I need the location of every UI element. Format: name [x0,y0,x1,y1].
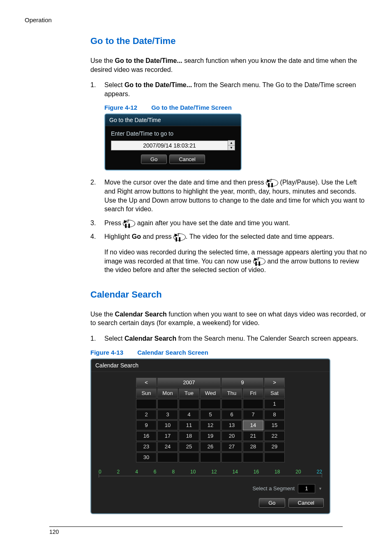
figure-title: Calendar Search Screen [137,349,208,356]
play-pause-icon: ▶/❚❚ [173,233,186,241]
cancel-button[interactable]: Cancel [288,498,324,508]
calendar-day[interactable]: 1 [264,399,285,409]
dialog-title: Go to the Date/Time [105,114,241,126]
calendar-day [221,452,242,462]
calendar-day[interactable]: 17 [157,431,178,441]
text: from the Search menu. The Calender Searc… [176,335,358,342]
calendar-day[interactable]: 22 [264,431,285,441]
text: Highlight [104,233,132,240]
calendar-day[interactable]: 15 [264,420,285,430]
calendar-day[interactable]: 4 [179,410,199,420]
calendar-day[interactable]: 13 [221,420,242,430]
goto-dialog: Go to the Date/Time Enter Date/Time to g… [104,113,242,171]
calendar-day[interactable]: 29 [264,442,285,452]
dow-cell: Mon [157,388,178,398]
calendar-day[interactable]: 25 [179,442,199,452]
dropdown-icon[interactable]: ▼ [318,487,322,491]
play-pause-icon: ▶/❚❚ [266,179,278,187]
spinner-up-icon[interactable]: ▲ [228,141,235,145]
calendar-day[interactable]: 30 [136,452,157,462]
calendar-day[interactable]: 26 [200,442,221,452]
calendar-day[interactable]: 14 [243,420,263,430]
dow-cell: Tue [179,388,199,398]
timeline-track[interactable] [99,476,322,477]
text-bold: Go to the Date/Time... [125,81,192,88]
calendar-day[interactable]: 3 [157,410,178,420]
dow-cell: Wed [200,388,221,398]
step-4-subpara: If no video was recorded during the sele… [104,248,367,275]
text-bold: Go to the Date/Time... [115,57,182,64]
text-bold: Calendar Search [125,335,176,342]
step-1: 1. Select Go to the Date/Time... from th… [90,81,367,98]
running-header: Operation [25,16,367,23]
calendar-day[interactable]: 18 [179,431,199,441]
calendar-day[interactable]: 19 [200,431,221,441]
calendar-search-dialog: Calendar Search < 2007 9 > SunMonTueWedT… [90,358,330,514]
text: Use the [90,311,115,318]
go-button[interactable]: Go [141,155,167,164]
step-number: 4. [90,232,104,241]
calendar-day[interactable]: 10 [157,420,178,430]
calendar-day [243,399,263,409]
calendar-day[interactable]: 20 [221,431,242,441]
spinner[interactable]: ▲ ▼ [228,140,235,150]
calendar-day[interactable]: 8 [264,410,285,420]
dow-cell: Thu [221,388,242,398]
calendar-day[interactable]: 5 [200,410,221,420]
dow-cell: Sat [264,388,285,398]
calendar-day[interactable]: 9 [136,420,157,430]
calendar-day[interactable]: 23 [136,442,157,452]
text-bold: Calendar Search [115,311,167,318]
prev-button[interactable]: < [136,378,157,388]
step-3: 3. Press ▶/❚❚ again after you have set t… [90,219,367,228]
dialog-label: Enter Date/Time to go to [111,130,235,137]
calendar-day[interactable]: 6 [221,410,242,420]
calendar-day [136,399,157,409]
step-2: 2. Move the cursor over the date and tim… [90,178,367,213]
calendar-day[interactable]: 7 [243,410,263,420]
dialog-title: Calendar Search [91,359,330,372]
dow-cell: Fri [243,388,263,398]
datetime-input[interactable]: 2007/09/14 18:03:21 [111,141,228,150]
step-cal-1: 1. Select Calendar Search from the Searc… [90,334,367,343]
text: Use the [90,57,115,64]
calendar-day[interactable]: 16 [136,431,157,441]
text: Select [104,335,125,342]
calendar-day [200,399,221,409]
year-cell[interactable]: 2007 [157,378,221,388]
calendar-day [200,452,221,462]
page-number: 120 [49,529,59,535]
month-cell[interactable]: 9 [221,378,263,388]
calendar-day[interactable]: 27 [221,442,242,452]
step-number: 2. [90,178,104,213]
calendar-grid: < 2007 9 > SunMonTueWedThuFriSat 1234567… [135,377,286,463]
select-segment-label: Select a Segment [252,485,295,492]
play-pause-icon: ▶/❚❚ [253,258,265,265]
step-4: 4. Highlight Go and press ▶/❚❚. The vide… [90,232,367,241]
calendar-day[interactable]: 11 [179,420,199,430]
dow-cell: Sun [136,388,157,398]
step-number: 3. [90,219,104,228]
calendar-day[interactable]: 2 [136,410,157,420]
figure-number: Figure 4-13 [90,349,123,356]
spinner-down-icon[interactable]: ▼ [228,145,235,150]
figure-title: Go to the Date/Time Screen [151,104,232,111]
calendar-day [221,399,242,409]
text: again after you have set the date and ti… [137,219,290,226]
calendar-day[interactable]: 24 [157,442,178,452]
calendar-day [264,452,285,462]
text-bold: Go [132,233,141,240]
calendar-day [157,452,178,462]
calendar-day[interactable]: 21 [243,431,263,441]
section-title-calendar: Calendar Search [90,289,367,300]
go-button[interactable]: Go [259,498,285,508]
next-button[interactable]: > [264,378,285,388]
calendar-day[interactable]: 12 [200,420,221,430]
cancel-button[interactable]: Cancel [169,155,205,164]
text: Press [104,219,123,226]
intro-goto: Use the Go to the Date/Time... search fu… [90,56,367,74]
calendar-day [179,452,199,462]
segment-input[interactable]: 1 [298,484,315,493]
text: . The video for the selected date and ti… [186,233,334,240]
calendar-day[interactable]: 28 [243,442,263,452]
